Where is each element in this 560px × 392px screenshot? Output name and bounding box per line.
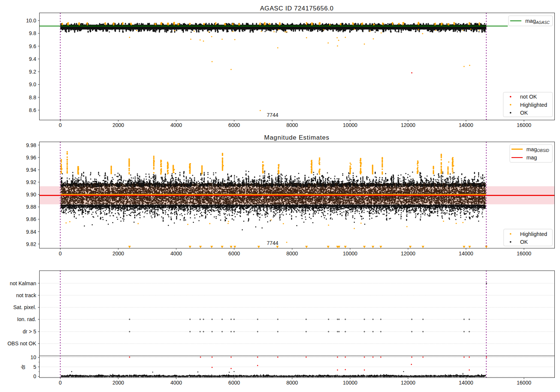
svg-text:not Kalman: not Kalman [10, 280, 36, 286]
svg-text:14000: 14000 [459, 251, 473, 256]
svg-text:12000: 12000 [401, 380, 416, 386]
svg-text:14000: 14000 [459, 122, 473, 128]
svg-text:9.92: 9.92 [26, 179, 36, 185]
svg-text:10000: 10000 [343, 122, 357, 128]
svg-text:9.96: 9.96 [26, 155, 36, 161]
svg-text:9.98: 9.98 [26, 142, 36, 148]
svg-text:9.4: 9.4 [29, 56, 37, 62]
svg-text:10.0: 10.0 [26, 18, 36, 24]
svg-text:9.82: 9.82 [26, 241, 36, 247]
svg-text:0: 0 [59, 122, 62, 128]
svg-text:4000: 4000 [170, 251, 182, 256]
svg-text:8000: 8000 [286, 251, 298, 256]
svg-text:OK: OK [520, 110, 528, 116]
svg-text:8000: 8000 [286, 380, 298, 386]
svg-text:mag: mag [526, 155, 537, 161]
svg-text:Highlighted: Highlighted [520, 102, 547, 108]
svg-text:6000: 6000 [228, 122, 240, 128]
svg-text:6000: 6000 [228, 380, 240, 386]
svg-text:16000: 16000 [517, 251, 531, 256]
svg-text:not OK: not OK [520, 94, 537, 100]
svg-text:4000: 4000 [170, 122, 182, 128]
svg-text:16000: 16000 [517, 122, 531, 128]
svg-text:9.8: 9.8 [29, 30, 37, 36]
svg-text:16000: 16000 [517, 380, 531, 386]
svg-text:Sat. pixel.: Sat. pixel. [13, 304, 36, 310]
svg-text:12000: 12000 [401, 122, 416, 128]
svg-text:2000: 2000 [112, 122, 124, 128]
svg-text:9.0: 9.0 [29, 81, 37, 87]
svg-text:OBS not OK: OBS not OK [7, 340, 37, 346]
svg-text:10000: 10000 [343, 380, 357, 386]
svg-text:dr > 5: dr > 5 [23, 329, 36, 335]
svg-text:8.6: 8.6 [29, 107, 37, 113]
svg-text:14000: 14000 [459, 380, 473, 386]
svg-text:9.94: 9.94 [26, 167, 36, 173]
svg-text:7744: 7744 [267, 240, 278, 246]
svg-text:Magnitude Estimates: Magnitude Estimates [264, 134, 330, 141]
svg-text:0: 0 [59, 380, 62, 386]
svg-text:AGASC ID 724175656.0: AGASC ID 724175656.0 [260, 5, 333, 12]
svg-text:12000: 12000 [401, 251, 416, 256]
svg-text:not track: not track [16, 292, 37, 298]
svg-text:dr: dr [20, 364, 26, 369]
svg-text:2000: 2000 [112, 380, 124, 386]
svg-text:4000: 4000 [170, 380, 182, 386]
svg-text:9.6: 9.6 [29, 43, 37, 49]
svg-text:9.90: 9.90 [26, 192, 36, 197]
svg-text:9.2: 9.2 [29, 69, 37, 75]
svg-text:9.86: 9.86 [26, 216, 36, 222]
svg-text:OK: OK [520, 239, 528, 245]
svg-text:10: 10 [30, 354, 36, 360]
svg-text:2000: 2000 [112, 251, 124, 256]
svg-text:7744: 7744 [267, 112, 278, 118]
svg-text:Highlighted: Highlighted [520, 231, 547, 237]
svg-text:8.8: 8.8 [29, 94, 37, 100]
svg-text:Ion. rad.: Ion. rad. [17, 316, 36, 322]
svg-text:9.84: 9.84 [26, 229, 36, 235]
svg-text:0: 0 [33, 373, 36, 379]
svg-text:8000: 8000 [286, 122, 298, 128]
svg-text:6000: 6000 [228, 251, 240, 256]
svg-text:10000: 10000 [343, 251, 357, 256]
svg-text:0: 0 [59, 251, 62, 256]
svg-text:9.88: 9.88 [26, 204, 36, 210]
svg-text:5: 5 [33, 364, 36, 370]
